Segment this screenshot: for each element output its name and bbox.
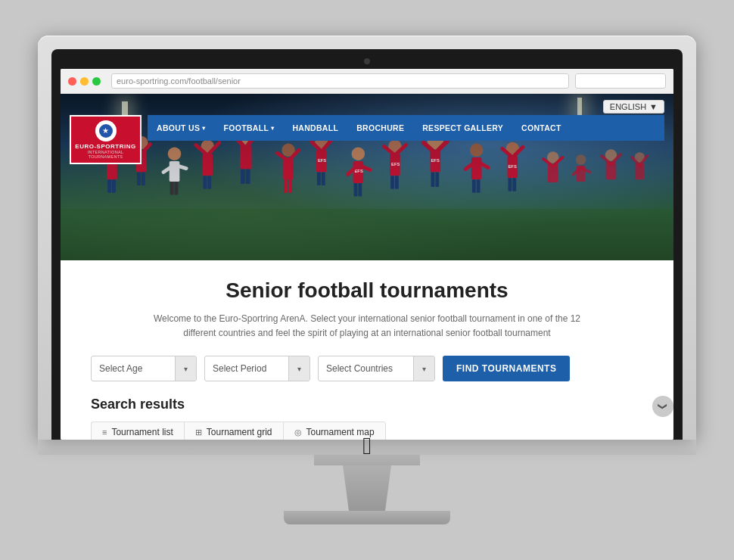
nav-top: ENGLISH ▼ bbox=[603, 100, 664, 114]
language-label: ENGLISH bbox=[610, 102, 646, 111]
search-results-title: Search results bbox=[91, 397, 643, 412]
nav-item-football[interactable]: FOOTBALL ▾ bbox=[215, 115, 284, 141]
countries-select-arrow-icon: ▾ bbox=[413, 356, 434, 381]
language-arrow-icon: ▼ bbox=[649, 102, 658, 111]
chevron-down-icon: ❯ bbox=[658, 403, 668, 410]
browser-chrome: euro-sportring.com/football/senior bbox=[61, 69, 673, 94]
nav-arrow-about-icon: ▾ bbox=[202, 125, 205, 132]
camera-dot bbox=[364, 58, 370, 64]
site-header: EFS EFS bbox=[61, 94, 673, 260]
find-tournaments-button[interactable]: FIND TOURNAMENTS bbox=[443, 356, 570, 381]
browser-search[interactable] bbox=[575, 73, 666, 89]
nav-item-respect-gallery[interactable]: RESPECT GALLERY bbox=[413, 115, 512, 141]
age-select-arrow-icon: ▾ bbox=[175, 356, 196, 381]
imac-bezel: euro-sportring.com/football/senior bbox=[51, 49, 683, 440]
tab-tournament-grid[interactable]: ⊞ Tournament grid bbox=[184, 422, 283, 440]
age-select-label: Select Age bbox=[92, 363, 175, 374]
logo-name: EURO-SPORTRING bbox=[75, 143, 135, 151]
main-nav: ABOUT US ▾ FOOTBALL ▾ HANDBALL bbox=[148, 115, 664, 141]
language-button[interactable]: ENGLISH ▼ bbox=[603, 100, 664, 114]
imac-stand-neck bbox=[337, 465, 397, 511]
tab-list-label: Tournament list bbox=[111, 427, 173, 437]
logo-circle: ★ bbox=[95, 120, 117, 142]
traffic-lights bbox=[68, 77, 101, 86]
url-text: euro-sportring.com/football/senior bbox=[117, 76, 241, 86]
map-icon: ◎ bbox=[294, 428, 302, 437]
imac-base bbox=[284, 511, 450, 524]
scroll-down-button[interactable]: ❯ bbox=[652, 396, 673, 417]
filter-row: Select Age ▾ Select Period ▾ Select Coun… bbox=[91, 356, 643, 381]
period-select-label: Select Period bbox=[205, 363, 288, 374]
apple-logo-area:  bbox=[362, 432, 372, 460]
logo-icon: ★ bbox=[99, 124, 113, 138]
logo-star-icon: ★ bbox=[102, 126, 109, 135]
imac-screen-shell: euro-sportring.com/football/senior bbox=[38, 36, 696, 440]
grid-icon: ⊞ bbox=[195, 428, 202, 437]
list-icon: ≡ bbox=[102, 428, 107, 437]
main-content: Senior football tournaments Welcome to t… bbox=[61, 260, 673, 440]
nav-item-brochure[interactable]: BROCHURE bbox=[347, 115, 413, 141]
period-select[interactable]: Select Period ▾ bbox=[204, 356, 310, 381]
logo-box[interactable]: ★ EURO-SPORTRING INTERNATIONAL TOURNAMEN… bbox=[70, 115, 142, 164]
period-select-arrow-icon: ▾ bbox=[288, 356, 309, 381]
nav-arrow-football-icon: ▾ bbox=[271, 125, 274, 132]
maximize-button[interactable] bbox=[92, 77, 101, 86]
logo-subtitle: INTERNATIONAL TOURNAMENTS bbox=[71, 150, 140, 159]
minimize-button[interactable] bbox=[80, 77, 89, 86]
nav-item-about-us[interactable]: ABOUT US ▾ bbox=[148, 115, 215, 141]
screen-area: euro-sportring.com/football/senior bbox=[61, 69, 673, 440]
page-title: Senior football tournaments bbox=[91, 278, 643, 303]
address-bar[interactable]: euro-sportring.com/football/senior bbox=[111, 73, 569, 89]
tab-tournament-list[interactable]: ≡ Tournament list bbox=[91, 422, 184, 440]
close-button[interactable] bbox=[68, 77, 76, 86]
imac-outer: euro-sportring.com/football/senior bbox=[38, 36, 696, 524]
countries-select-label: Select Countries bbox=[319, 363, 413, 374]
countries-select[interactable]: Select Countries ▾ bbox=[318, 356, 435, 381]
apple-logo-icon:  bbox=[362, 432, 372, 459]
nav-item-contact[interactable]: CONTACT bbox=[512, 115, 571, 141]
nav-item-handball[interactable]: HANDBALL bbox=[283, 115, 347, 141]
tab-grid-label: Tournament grid bbox=[207, 427, 272, 437]
page-description: Welcome to the Euro-Sportring ArenA. Sel… bbox=[140, 312, 594, 341]
age-select[interactable]: Select Age ▾ bbox=[91, 356, 197, 381]
site-content: EFS EFS bbox=[61, 94, 673, 440]
